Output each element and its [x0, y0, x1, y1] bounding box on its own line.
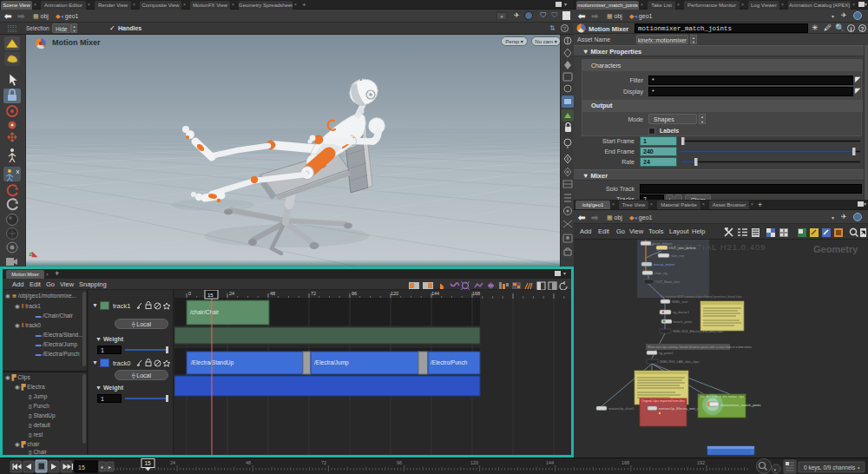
- svg-text:0 keys, 0/9 channels: 0 keys, 0/9 channels: [804, 464, 856, 471]
- svg-text:72: 72: [311, 291, 316, 296]
- svg-text:Original clips imported from f: Original clips imported from files: [641, 399, 685, 403]
- svg-text:/Electro/Punch: /Electro/Punch: [431, 359, 468, 365]
- svg-text:120: 120: [470, 460, 478, 465]
- svg-text:15: 15: [78, 464, 85, 471]
- svg-text:96: 96: [397, 460, 402, 465]
- svg-text:Geometry: Geometry: [813, 244, 858, 254]
- svg-text:192: 192: [697, 460, 705, 465]
- svg-text:rig_doctor1: rig_doctor1: [673, 311, 689, 314]
- svg-text:15: 15: [207, 293, 214, 298]
- svg-text:OUT_skin_deform: OUT_skin_deform: [669, 247, 696, 250]
- svg-text:/Electra/Jump: /Electra/Jump: [314, 359, 349, 366]
- svg-text:48: 48: [270, 291, 275, 296]
- svg-text:168: 168: [472, 291, 480, 296]
- svg-text:24: 24: [170, 460, 175, 465]
- svg-text:motionclip_Electra_rest_clips: motionclip_Electra_rest_clips: [659, 406, 704, 411]
- svg-text:144: 144: [546, 460, 554, 465]
- svg-text:match_joints: match_joints: [674, 320, 692, 324]
- svg-text:48: 48: [246, 460, 251, 465]
- svg-text:120: 120: [391, 291, 398, 296]
- svg-text:mocap_import: mocap_import: [654, 263, 675, 267]
- svg-text:72: 72: [321, 460, 326, 465]
- svg-text:SKEL.RIG_LAB_skin_clips: SKEL.RIG_LAB_skin_clips: [660, 360, 699, 364]
- svg-text:rig_pose1: rig_pose1: [659, 352, 674, 355]
- svg-text:When two clips overlap, blends: When two clips overlap, blends between p…: [648, 346, 752, 349]
- svg-text:skin_rest: skin_rest: [671, 254, 685, 258]
- svg-text:96: 96: [352, 291, 357, 296]
- svg-text:24: 24: [229, 291, 234, 296]
- svg-text:0: 0: [188, 291, 191, 296]
- svg-text:144: 144: [431, 291, 439, 296]
- svg-text:bone_deform: bone_deform: [653, 242, 672, 246]
- svg-text:168: 168: [621, 460, 629, 465]
- svg-text:motionclip_chair1: motionclip_chair1: [608, 407, 635, 411]
- svg-text:chair_rig: chair_rig: [654, 272, 667, 275]
- svg-text:OUT_Bone_skin: OUT_Bone_skin: [655, 280, 680, 284]
- svg-text:SKEL_rest: SKEL_rest: [672, 300, 688, 304]
- svg-text:If a skeleton SOP contains cli: If a skeleton SOP contains clips channel…: [661, 295, 742, 299]
- svg-text:15: 15: [145, 460, 152, 466]
- svg-text:/Electra/StandUp: /Electra/StandUp: [191, 359, 234, 366]
- svg-text:motionmixer_match_joints: motionmixer_match_joints: [720, 403, 760, 407]
- svg-text:/chair/Chair: /chair/Chair: [190, 309, 220, 315]
